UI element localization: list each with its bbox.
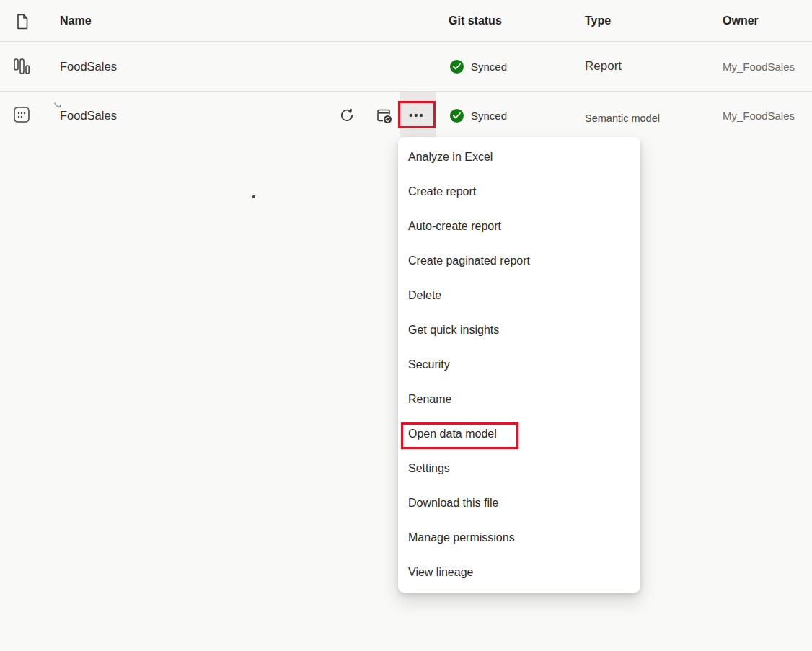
menu-item-analyze-in-excel[interactable]: Analyze in Excel bbox=[398, 140, 640, 174]
column-header-type[interactable]: Type bbox=[585, 0, 611, 41]
stray-dot bbox=[252, 195, 255, 198]
document-icon bbox=[14, 13, 30, 30]
git-status-value: Synced bbox=[471, 61, 507, 73]
item-type-value: Semantic model bbox=[585, 92, 660, 139]
git-status-cell: Synced bbox=[450, 42, 507, 91]
item-owner-value: My_FoodSales bbox=[723, 92, 795, 139]
menu-item-auto-create-report[interactable]: Auto-create report bbox=[398, 209, 640, 244]
menu-item-security[interactable]: Security bbox=[398, 347, 640, 382]
item-type-value: Report bbox=[585, 42, 622, 91]
menu-item-create-report[interactable]: Create report bbox=[398, 174, 640, 209]
menu-item-get-quick-insights[interactable]: Get quick insights bbox=[398, 313, 640, 347]
item-name-link[interactable]: FoodSales bbox=[60, 92, 117, 139]
annotation-box-more-options bbox=[398, 101, 436, 128]
menu-item-settings[interactable]: Settings bbox=[398, 451, 640, 486]
column-header-git-status[interactable]: Git status bbox=[449, 0, 502, 41]
menu-item-manage-permissions[interactable]: Manage permissions bbox=[398, 521, 640, 555]
report-icon bbox=[13, 58, 30, 76]
item-owner-value: My_FoodSales bbox=[723, 42, 795, 91]
annotation-box-open-data-model bbox=[401, 422, 518, 449]
menu-item-delete[interactable]: Delete bbox=[398, 278, 640, 313]
menu-item-view-lineage[interactable]: View lineage bbox=[398, 555, 640, 590]
refresh-now-button[interactable] bbox=[338, 107, 356, 124]
context-menu: Analyze in Excel Create report Auto-crea… bbox=[398, 137, 640, 593]
synced-check-icon bbox=[450, 109, 464, 123]
menu-item-rename[interactable]: Rename bbox=[398, 382, 640, 417]
git-status-cell: Synced bbox=[450, 92, 507, 139]
table-row-report[interactable]: FoodSales Synced Report My_FoodSales bbox=[0, 42, 812, 92]
git-status-value: Synced bbox=[471, 110, 507, 122]
workspace-item-list: Name Git status Type Owner FoodSales Syn… bbox=[0, 0, 812, 651]
menu-item-create-paginated-report[interactable]: Create paginated report bbox=[398, 244, 640, 278]
refresh-schedule-button[interactable] bbox=[375, 107, 394, 125]
item-name-link[interactable]: FoodSales bbox=[60, 42, 117, 91]
synced-check-icon bbox=[450, 60, 464, 74]
menu-item-download-this-file[interactable]: Download this file bbox=[398, 486, 640, 521]
semantic-model-icon bbox=[12, 105, 31, 124]
shortcut-arrow-icon bbox=[53, 100, 63, 113]
column-header-owner[interactable]: Owner bbox=[723, 0, 759, 41]
column-header-name[interactable]: Name bbox=[60, 0, 92, 41]
table-header-row: Name Git status Type Owner bbox=[0, 0, 812, 42]
